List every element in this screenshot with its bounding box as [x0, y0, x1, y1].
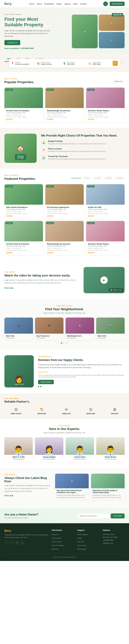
footer-link-career[interactable]: Career [77, 537, 99, 539]
dot-1[interactable] [61, 342, 62, 344]
cta-text: Are you a Home Owner? You can connect wi… [5, 513, 74, 519]
logo: Bery. [5, 2, 12, 6]
footer-link-agent[interactable]: About Agent [77, 548, 99, 550]
footer-link-help[interactable]: Help Tips [77, 540, 99, 543]
expert-card-2: 👩‍💼 Amaya Abigeal Real Estate Broker [35, 437, 63, 462]
footer-link-gdpr[interactable]: GDPR Support [77, 533, 99, 536]
footer-link-about[interactable]: About Us [52, 533, 74, 536]
partner-5: 🏛️ BUILDEX [111, 406, 118, 414]
footer-grid: Bery. Properties are brand budget Friend… [5, 529, 124, 550]
location-icon: 📍 [41, 148, 46, 153]
footer: Bery. Properties are brand budget Friend… [0, 523, 129, 561]
expert-name-2: Amaya Abigeal [35, 456, 63, 458]
neighborhood-card-1[interactable]: 🌆 New York 15 Properties [5, 318, 33, 340]
social-twitter[interactable]: t [10, 541, 14, 545]
footer-brand: Bery. Properties are brand budget Friend… [5, 529, 48, 550]
experts-grid: 👨‍💼 Albert S. Grills Real Estate Agent 👩… [5, 437, 124, 462]
footer-link-privacy[interactable]: Privacy Policy [52, 540, 74, 543]
blog-card-1[interactable]: 🏠 Tips about Real Estate Recent Conditio… [55, 474, 89, 500]
popular-label: Best Choice [5, 78, 34, 80]
card-price-1: $25500 [6, 118, 41, 120]
feat-tab-rent[interactable]: For Rent [103, 176, 113, 180]
blog-show-all-link[interactable]: Show all ▶ [5, 494, 13, 497]
feat-tab-coliving[interactable]: Co-living [114, 176, 124, 180]
review-title: Reviews from our happy Clients. [38, 358, 124, 362]
video-caption: 🏠 Modern Villa [109, 288, 123, 292]
experts-subtitle: Huge number of properties available here… [5, 432, 124, 434]
expert-img-2: 👩‍💼 [35, 437, 63, 455]
popular-section: Best Choice Popular Properties. Explore … [0, 72, 129, 128]
footer-info-links: About Us Our Services Privacy Policy Ter… [52, 533, 74, 550]
review-dot-2[interactable] [40, 386, 41, 387]
social-linkedin[interactable]: in [15, 541, 19, 545]
price-range-field: 💲 Price Range 1500-400... [63, 62, 85, 65]
dot-3[interactable] [65, 342, 66, 344]
cta-input-row: Get Listed [77, 513, 124, 518]
video-thumbnail: ▶ 🏠 Modern Villa [84, 267, 124, 293]
dot-2[interactable] [63, 342, 64, 344]
cta-section: Are you a Home Owner? You can connect wi… [0, 508, 129, 523]
neighborhood-card-4[interactable]: 🏙️ New York 15 Properties [96, 318, 125, 340]
blog-img-1: 🏠 [55, 474, 89, 488]
trusted-icon: 🏠 [41, 155, 46, 160]
nav-item-home[interactable]: Home [29, 2, 34, 5]
featured-card-1: Featured Elite Garden Residence. 1125, S… [5, 184, 43, 218]
blog-card-2[interactable]: 🏗️ Importance of Build quality of modern… [91, 474, 124, 500]
neighborhood-card-3[interactable]: 🏛️ Washington D.C. 18 Properties [66, 318, 94, 340]
add-property-button[interactable]: Add Property [110, 2, 124, 6]
footer-col-support: Support GDPR Support Career Help Tips Ge… [77, 529, 99, 550]
cta-get-listed-button[interactable]: Get Listed [111, 514, 124, 518]
featured-explore-link[interactable]: All Properties [71, 177, 81, 179]
cta-email-input[interactable] [77, 513, 109, 518]
feat-tab-sell[interactable]: For Sell [93, 176, 102, 180]
explore-all-link[interactable]: Explore All → [114, 80, 124, 82]
footer-bottom: © 2021 Bery. All Rights Reserved. [5, 554, 124, 558]
footer-link-contact[interactable]: Get in Touch [77, 544, 99, 547]
social-facebook[interactable]: f [5, 541, 9, 545]
neighborhood-subtitle: Huge number of properties available here… [5, 312, 124, 314]
search-button[interactable]: 🔍 [112, 61, 118, 66]
show-stories-button[interactable]: Show Stories [38, 380, 54, 384]
video-text: Our Video Watch the video for taking you… [5, 271, 79, 289]
review-dot-1[interactable] [38, 386, 39, 387]
footer-link-blog[interactable]: Blog Post [52, 548, 74, 550]
footer-col-information: Information About Us Our Services Privac… [52, 529, 74, 550]
cta-subtitle: You can connect with us here! [5, 517, 74, 519]
nav-item-contact[interactable]: Contact [80, 2, 86, 5]
nav-item-pages[interactable]: Pages [56, 2, 62, 5]
dot-4[interactable] [67, 342, 68, 344]
review-quote: This is a great place to find the best p… [38, 374, 124, 378]
neighborhood-card-2[interactable]: 🌉 Sun Francisco 12 Properties [35, 318, 64, 340]
hero-img-main: 🏠 [72, 14, 98, 48]
expert-name-1: Albert S. Grills [5, 456, 33, 458]
footer-col-address: Address 123 Main StreetNew York, NY 1000… [103, 529, 124, 550]
neighborhood-section: Explore Cities Find Your Neighborhood. H… [0, 299, 129, 350]
nav-item-agency[interactable]: Agency [65, 2, 71, 5]
footer-link-terms[interactable]: Term & Condition [52, 544, 74, 547]
footer-description: Properties are brand budget Friendly as … [5, 534, 48, 539]
social-google[interactable]: g [20, 541, 24, 545]
partners-title: Reliable Partner's. [5, 400, 124, 403]
expert-role-4: Real Estate Agent [96, 458, 124, 460]
avatar[interactable]: 👤 [103, 2, 108, 6]
footer-link-services[interactable]: Our Services [52, 537, 74, 539]
partners-label: Our Partners [5, 398, 124, 400]
contact-button[interactable]: Contact Us [5, 40, 20, 45]
video-description: Huge number of properties available here… [5, 279, 79, 284]
play-button[interactable]: ▶ [100, 276, 108, 284]
why-item-3: 🏠 Trusted By Thousand Properties are bra… [41, 155, 124, 160]
featured-img-6: Featured [86, 221, 124, 241]
why-item-2: 📍 Prime Location Properties are brand bu… [41, 148, 124, 153]
footer-address: 123 Main StreetNew York, NY 10001+86 888… [103, 533, 124, 544]
video-section: Our Video Watch the video for taking you… [0, 261, 129, 299]
video-link[interactable]: Show all ▶ [5, 287, 13, 289]
nav-item-about[interactable]: About [37, 2, 42, 5]
neighborhood-label: Explore Cities [5, 305, 124, 307]
blog-intro: Our Offer Always Check Our Latest Blog P… [5, 474, 51, 497]
expert-role-2: Real Estate Broker [35, 458, 63, 460]
partner-4: 🏠 MORTLINE [87, 406, 95, 414]
nav-item-blog[interactable]: Blog [73, 2, 77, 5]
nav-item-properties[interactable]: Properties [44, 2, 54, 5]
feat-tab-buy[interactable]: For Buy [82, 176, 92, 180]
footer-logo: Bery. [5, 529, 48, 532]
